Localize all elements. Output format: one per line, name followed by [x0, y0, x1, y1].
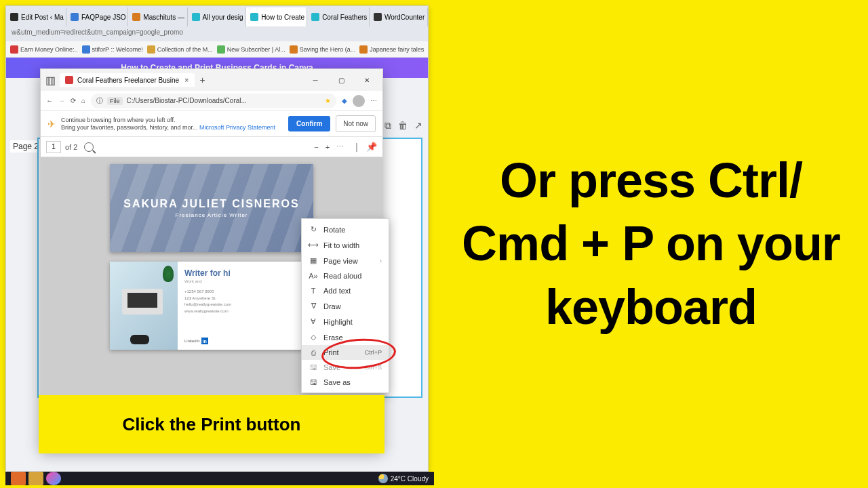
- favorite-icon[interactable]: ★: [325, 97, 331, 104]
- refresh-icon[interactable]: ⟳: [71, 97, 76, 104]
- fit-width-icon: ⟷: [309, 241, 318, 249]
- zoom-in-icon[interactable]: +: [326, 143, 330, 151]
- save-as-icon: 🖫: [309, 378, 318, 386]
- highlight-icon: ∀: [309, 317, 318, 326]
- close-button[interactable]: ✕: [354, 70, 380, 89]
- menu-print[interactable]: ⎙PrintCtrl+P: [302, 345, 389, 360]
- menu-read-aloud[interactable]: A»Read aloud: [302, 268, 389, 283]
- business-card-back: Writer for hi Work and +1234 567 8900 12…: [110, 262, 313, 350]
- rotate-icon: ↻: [309, 225, 318, 234]
- tab[interactable]: All your desig×: [188, 7, 247, 26]
- menu-save[interactable]: 🖫SaveCtrl+S: [302, 360, 389, 375]
- paper-plane-icon: ✈: [47, 119, 56, 129]
- taskbar-app-icon[interactable]: [11, 472, 26, 485]
- pdf-toolbar: of 2 − + ⋯ │ 📌: [41, 137, 382, 157]
- bookmark[interactable]: Japanese fairy tales: [359, 45, 424, 54]
- context-menu: ↻Rotate ⟷Fit to width ▦Page view› A»Read…: [301, 218, 389, 393]
- menu-rotate[interactable]: ↻Rotate: [302, 222, 389, 237]
- page-view-icon: ▦: [309, 256, 318, 265]
- menu-add-text[interactable]: TAdd text: [302, 283, 389, 298]
- tab[interactable]: Maschituts —×: [128, 7, 187, 26]
- bookmark[interactable]: Earn Money Online:..: [10, 45, 78, 54]
- business-card-front: SAKURA JULIET CISNEROS Freelance Article…: [110, 164, 313, 252]
- browser-notice: ✈ Continue browsing from where you left …: [41, 111, 382, 137]
- tab[interactable]: WordCounter×: [370, 7, 428, 26]
- canva-toolbar: ⧉ 🗑 ↗: [384, 120, 422, 131]
- privacy-link[interactable]: Microsoft Privacy Statement: [199, 124, 275, 131]
- save-icon: 🖫: [309, 363, 318, 371]
- instruction-text: Or press Ctrl/ Cmd + P on your keyboard: [461, 149, 841, 340]
- instruction-label: Click the Print button: [39, 395, 384, 453]
- zoom-out-icon[interactable]: −: [314, 143, 318, 151]
- more-icon[interactable]: ⋯: [336, 142, 344, 151]
- read-aloud-icon: A»: [309, 272, 318, 280]
- confirm-button[interactable]: Confirm: [288, 116, 330, 131]
- forward-icon: →: [58, 97, 65, 104]
- weather-icon: [378, 474, 388, 483]
- print-icon: ⎙: [309, 348, 318, 357]
- bookmark[interactable]: Saving the Hero (a...: [290, 45, 356, 54]
- edge-window: ▥ Coral Feathers Freelancer Busine × + ─…: [40, 68, 383, 449]
- browser-tabs: Edit Post ‹ Ma× FAQPage JSO× Maschituts …: [6, 6, 428, 26]
- search-icon[interactable]: [84, 142, 94, 152]
- menu-fit-width[interactable]: ⟷Fit to width: [302, 237, 389, 253]
- tab[interactable]: Coral Feathers×: [307, 7, 370, 26]
- maximize-button[interactable]: ▢: [328, 70, 354, 89]
- bookmark[interactable]: stiforP :: Welcome!: [82, 45, 143, 54]
- menu-highlight[interactable]: ∀Highlight: [302, 314, 389, 329]
- menu-erase[interactable]: ◇Erase: [302, 329, 389, 345]
- weather-widget[interactable]: 24°C Cloudy: [378, 474, 429, 483]
- not-now-button[interactable]: Not now: [336, 115, 376, 132]
- home-icon[interactable]: ⌂: [81, 97, 85, 104]
- profile-icon[interactable]: [353, 95, 365, 107]
- taskbar-app-icon[interactable]: [28, 472, 43, 485]
- text-icon: T: [309, 287, 318, 295]
- close-icon[interactable]: ×: [184, 76, 189, 84]
- trash-icon[interactable]: 🗑: [398, 120, 408, 131]
- erase-icon: ◇: [309, 333, 318, 342]
- new-tab-icon[interactable]: +: [200, 75, 205, 85]
- pin-icon[interactable]: 📌: [366, 142, 377, 152]
- background-screenshot: Edit Post ‹ Ma× FAQPage JSO× Maschituts …: [5, 5, 429, 472]
- taskbar-app-icon[interactable]: [46, 472, 61, 485]
- menu-icon[interactable]: ⋯: [370, 97, 377, 104]
- minimize-button[interactable]: ─: [302, 70, 328, 89]
- chevron-right-icon: ›: [380, 258, 382, 264]
- tab[interactable]: Edit Post ‹ Ma×: [6, 7, 66, 26]
- url-bar[interactable]: w&utm_medium=redirect&utm_campaign=googl…: [6, 26, 428, 41]
- address-bar[interactable]: ⓘ File C:/Users/Biostar-PC/Downloads/Cor…: [91, 94, 336, 108]
- draw-icon: ∇: [309, 302, 318, 310]
- menu-page-view[interactable]: ▦Page view›: [302, 253, 389, 268]
- tab-active[interactable]: How to Create×: [246, 7, 307, 26]
- info-icon[interactable]: ⓘ: [96, 96, 103, 106]
- export-icon[interactable]: ↗: [414, 120, 422, 131]
- menu-save-as[interactable]: 🖫Save as: [302, 375, 389, 390]
- windows-taskbar: 24°C Cloudy: [5, 472, 434, 485]
- copy-icon[interactable]: ⧉: [384, 120, 391, 131]
- collections-icon[interactable]: ◆: [342, 97, 347, 104]
- menu-draw[interactable]: ∇Draw: [302, 298, 389, 314]
- back-icon[interactable]: ←: [46, 97, 53, 104]
- bookmark[interactable]: New Subscriber | Al...: [217, 45, 285, 54]
- tab[interactable]: FAQPage JSO×: [66, 7, 128, 26]
- edge-tab[interactable]: Coral Feathers Freelancer Busine ×: [60, 73, 195, 87]
- tab-actions-icon[interactable]: ▥: [43, 74, 57, 87]
- bookmark[interactable]: Collection of the M...: [147, 45, 213, 54]
- page-input[interactable]: [46, 141, 61, 153]
- bookmarks-bar: Earn Money Online:.. stiforP :: Welcome!…: [6, 41, 428, 58]
